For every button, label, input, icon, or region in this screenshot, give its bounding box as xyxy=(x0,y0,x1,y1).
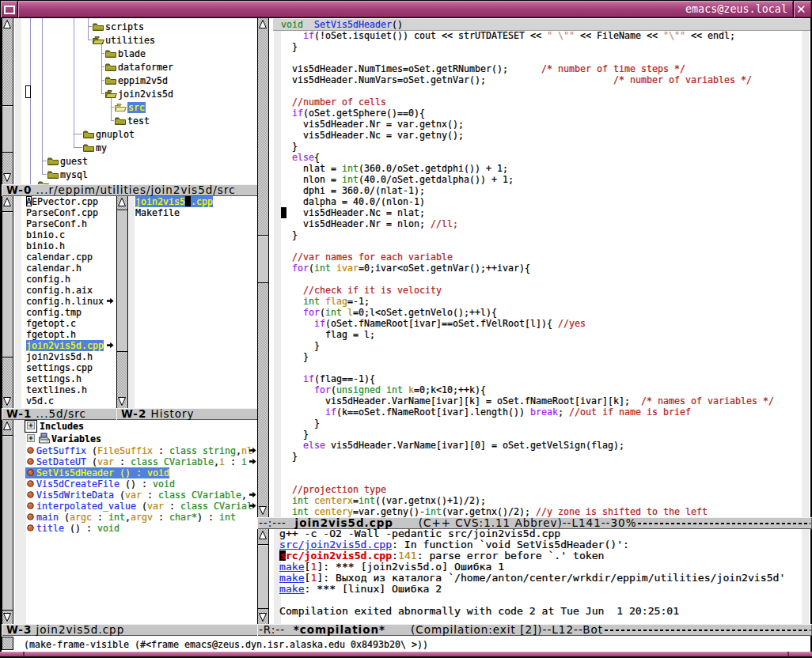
list-item-fgetopt.h[interactable]: fgetopt.h xyxy=(2,329,115,340)
ecb-methods-window[interactable]: IncludesVariablesGetSuffix (FileSuffix :… xyxy=(2,420,256,624)
code-line[interactable]: flag = l; xyxy=(281,329,375,340)
code-line[interactable]: else{ xyxy=(281,152,320,163)
window-menu-button[interactable] xyxy=(1,1,17,17)
list-item-settings.h[interactable]: settings.h xyxy=(2,373,115,384)
history-scrollbar[interactable] xyxy=(116,196,128,408)
compilation-line[interactable]: src/join2vis5d.cpp: In function `void Se… xyxy=(279,539,629,550)
code-line[interactable]: if(oSet.getSphere()==0){ xyxy=(281,108,425,119)
scrollbar-up-arrow[interactable] xyxy=(258,19,268,30)
code-scrollbar[interactable] xyxy=(257,18,269,517)
code-line[interactable]: for(int l=0;l<oSet.getnVelo();++l){ xyxy=(281,307,497,318)
history-item-Makefile[interactable]: Makefile xyxy=(116,207,256,218)
tree-item-blade[interactable]: blade xyxy=(2,47,256,60)
compilation-line[interactable]: make[1]: Выход из каталога `/home/anton/… xyxy=(279,573,785,584)
ecb-sources-window[interactable]: AEPvector.cppParseConf.cppParseConf.hbin… xyxy=(2,196,115,408)
minibuffer[interactable]: (make-frame-visible (#<frame emacs@zeus.… xyxy=(2,636,810,652)
scrollbar-down-arrow[interactable] xyxy=(258,505,268,516)
compilation-line[interactable]: make[1]: *** [join2vis5d.o] Ошибка 1 xyxy=(279,562,504,573)
code-line[interactable]: } xyxy=(281,351,309,362)
compilation-line[interactable]: src/join2vis5d.cpp:141: parse error befo… xyxy=(279,550,604,562)
title-bar-drag-area[interactable]: emacs@zeus.local xyxy=(18,1,793,17)
code-line[interactable]: dphi = 360.0/(nlat-1); xyxy=(281,185,425,196)
list-item-ParseConf.h[interactable]: ParseConf.h xyxy=(2,218,115,229)
code-line[interactable]: vis5dHeader.VarName[ivar][k] = oSet.fNam… xyxy=(281,395,774,407)
compilation-line[interactable]: Compilation exited abnormally with code … xyxy=(279,606,679,617)
tree-item-gnuplot[interactable]: gnuplot xyxy=(2,127,256,141)
tree-item-scripts[interactable]: scripts xyxy=(2,20,256,33)
list-item-v5d.c[interactable]: v5d.c xyxy=(2,395,115,407)
ecb-directories-window[interactable]: scriptsutilitiesbladedataformereppim2v5d… xyxy=(2,18,256,184)
code-line[interactable]: nlat = int(360.0/oSet.getdphi()) + 1; xyxy=(281,163,508,174)
list-item-config.h.aix[interactable]: config.h.aix xyxy=(2,285,115,296)
compilation-scrollbar[interactable] xyxy=(257,529,269,624)
scrollbar-thumb[interactable] xyxy=(117,210,127,352)
scrollbar-thumb[interactable] xyxy=(258,235,268,283)
code-line[interactable]: vis5dHeader.Nr = nlon; //ll; xyxy=(281,218,458,229)
list-item-settings.cpp[interactable]: settings.cpp xyxy=(2,362,115,373)
code-line[interactable]: if(flag==-1){ xyxy=(281,373,375,384)
code-line[interactable]: //check if it is velocity xyxy=(281,285,442,296)
list-item-binio.c[interactable]: binio.c xyxy=(2,229,115,240)
code-line[interactable]: } xyxy=(281,41,298,52)
method-item[interactable]: Variables xyxy=(2,433,256,445)
code-line[interactable]: } xyxy=(281,429,309,440)
tree-item-my[interactable]: my xyxy=(2,141,256,154)
list-item-config.h.linux[interactable]: config.h.linux xyxy=(2,296,115,307)
code-line[interactable]: //var names for each variable xyxy=(281,251,453,263)
expand-button[interactable] xyxy=(27,434,36,443)
history-item-join2vis5d.cpp[interactable]: join2vis5d.cpp xyxy=(116,196,256,207)
code-line[interactable]: vis5dHeader.Nr = var.getnx(); xyxy=(281,119,464,130)
close-button[interactable]: ✕ xyxy=(794,1,811,17)
scrollbar-down-arrow[interactable] xyxy=(258,612,268,623)
list-item-join2vis5d.cpp[interactable]: join2vis5d.cpp xyxy=(2,340,115,351)
code-line[interactable]: } xyxy=(281,141,298,152)
code-line[interactable]: } xyxy=(281,451,298,462)
window-bottom-border[interactable] xyxy=(0,652,812,656)
method-item[interactable]: Includes xyxy=(2,420,256,433)
code-line[interactable]: int flag=-1; xyxy=(281,296,370,307)
code-line[interactable]: int centerx=int((var.getnx()+1)/2); xyxy=(281,495,486,506)
code-line[interactable]: if(k==oSet.fNameRoot[ivar].length()) bre… xyxy=(281,407,691,418)
compilation-line[interactable]: make: *** [linux] Ошибка 2 xyxy=(279,584,442,595)
code-line[interactable]: nlon = int(40.0/oSet.getdalpha()) + 1; xyxy=(281,174,514,185)
compilation-window[interactable]: g++ -c -O2 -Wall -pedantic src/join2vis5… xyxy=(257,529,810,624)
scrollbar-thumb[interactable] xyxy=(258,544,268,609)
tree-item-join2vis5d[interactable]: join2vis5d xyxy=(2,87,256,100)
tree-item-utilities[interactable]: utilities xyxy=(2,33,256,47)
method-item[interactable]: title () : void xyxy=(2,523,256,535)
code-line[interactable]: for(int ivar=0;ivar<oSet.getnVar();++iva… xyxy=(281,263,530,274)
code-line[interactable]: vis5dHeader.Nc = nlat; xyxy=(281,207,425,218)
code-line[interactable]: } xyxy=(281,229,298,240)
code-line[interactable]: int centery=var.getny()-int(var.getnx()/… xyxy=(281,506,708,517)
scrollbar-up-arrow[interactable] xyxy=(258,530,268,541)
tree-item-guest[interactable]: guest xyxy=(2,154,256,168)
code-line[interactable]: vis5dHeader.Nc = var.getny(); xyxy=(281,130,464,141)
list-item-binio.h[interactable]: binio.h xyxy=(2,240,115,251)
code-line[interactable]: } xyxy=(281,340,320,351)
code-line[interactable]: dalpha = 40.0/(nlon-1) xyxy=(281,196,425,207)
code-line[interactable]: else vis5dHeader.VarName[ivar][0] = oSet… xyxy=(281,440,624,451)
tree-item-dataformer[interactable]: dataformer xyxy=(2,60,256,74)
code-line[interactable]: if(!oSet.isquiet()) cout << strUTDATESET… xyxy=(281,30,735,41)
list-item-calendar.cpp[interactable]: calendar.cpp xyxy=(2,251,115,263)
list-item-config.h[interactable]: config.h xyxy=(2,274,115,285)
ecb-history-window[interactable]: join2vis5d.cppMakefile xyxy=(116,196,256,408)
code-line[interactable]: vis5dHeader.NumVars=oSet.getnVar(); /* n… xyxy=(281,74,752,85)
code-line[interactable]: for(unsigned int k=0;k<10;++k){ xyxy=(281,384,486,395)
scrollbar-down-arrow[interactable] xyxy=(2,612,13,623)
list-item-calendar.h[interactable]: calendar.h xyxy=(2,263,115,274)
tree-item-test[interactable]: test xyxy=(2,114,256,127)
minibuffer-resize-handle[interactable] xyxy=(2,637,13,650)
list-item-AEPvector.cpp[interactable]: AEPvector.cpp xyxy=(2,196,115,207)
code-editor-window[interactable]: void SetVis5dHeader() if(!oSet.isquiet()… xyxy=(257,18,810,517)
tree-item-eppim2v5d[interactable]: eppim2v5d xyxy=(2,74,256,87)
list-item-ParseConf.cpp[interactable]: ParseConf.cpp xyxy=(2,207,115,218)
code-line[interactable]: //projection type xyxy=(281,484,386,495)
code-line[interactable]: } xyxy=(281,418,320,429)
code-line[interactable]: //number of cells xyxy=(281,96,386,108)
code-line[interactable]: if(oSet.fNameRoot[ivar]==oSet.fVelRoot[l… xyxy=(281,318,586,329)
scrollbar-down-arrow[interactable] xyxy=(117,396,127,407)
list-item-textlines.h[interactable]: textlines.h xyxy=(2,384,115,395)
list-item-fgetopt.c[interactable]: fgetopt.c xyxy=(2,318,115,329)
list-item-join2vis5d.h[interactable]: join2vis5d.h xyxy=(2,351,115,362)
